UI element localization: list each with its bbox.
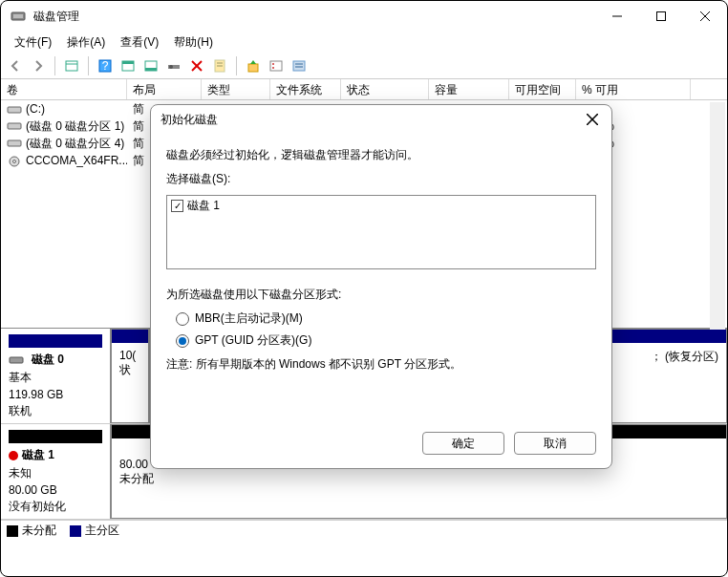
radio-label: GPT (GUID 分区表)(G) — [195, 332, 311, 349]
up-icon[interactable] — [243, 55, 264, 76]
col-type[interactable]: 类型 — [202, 79, 270, 99]
toolbar: ? — [1, 53, 727, 79]
col-filesystem[interactable]: 文件系统 — [270, 79, 341, 99]
volume-name: (磁盘 0 磁盘分区 1) — [26, 119, 124, 133]
dialog-titlebar: 初始化磁盘 — [151, 105, 611, 134]
disk-type: 未知 — [9, 465, 102, 481]
volume-name: (C:) — [26, 102, 45, 116]
dialog-note: 注意: 所有早期版本的 Windows 都不识别 GPT 分区形式。 — [166, 356, 596, 373]
svg-text:?: ? — [102, 59, 109, 73]
forward-button[interactable] — [28, 55, 49, 76]
titlebar: 磁盘管理 — [1, 1, 727, 32]
radio-gpt[interactable]: GPT (GUID 分区表)(G) — [176, 332, 596, 349]
back-button[interactable] — [5, 55, 26, 76]
menubar: 文件(F) 操作(A) 查看(V) 帮助(H) — [1, 32, 727, 53]
svg-rect-25 — [293, 61, 305, 71]
settings-icon[interactable] — [163, 55, 184, 76]
volume-name: (磁盘 0 磁盘分区 4) — [26, 137, 124, 150]
toolbar-separator — [88, 56, 89, 75]
maximize-button[interactable] — [639, 1, 683, 32]
toolbar-separator — [54, 56, 55, 75]
disk-status: 没有初始化 — [9, 499, 102, 515]
partition-style-label: 为所选磁盘使用以下磁盘分区形式: — [166, 287, 596, 303]
disk-list-item[interactable]: ✓ 磁盘 1 — [171, 198, 591, 214]
dialog-buttons: 确定 取消 — [422, 432, 596, 455]
drive-icon — [7, 120, 22, 132]
col-volume[interactable]: 卷 — [1, 79, 127, 99]
disk-size: 119.98 GB — [9, 388, 102, 401]
partition-label: ； (恢复分区) — [611, 349, 718, 365]
partition-label: 10( — [119, 349, 140, 362]
partition[interactable]: 10( 状 — [111, 329, 149, 423]
svg-rect-21 — [248, 64, 258, 72]
checkbox-icon[interactable]: ✓ — [171, 200, 183, 212]
detail-icon[interactable] — [289, 55, 310, 76]
svg-rect-11 — [122, 61, 134, 64]
initialize-disk-dialog: 初始化磁盘 磁盘必须经过初始化，逻辑磁盘管理器才能访问。 选择磁盘(S): ✓ … — [150, 104, 612, 469]
disk-info: 磁盘 1 未知 80.00 GB 没有初始化 — [1, 424, 111, 519]
legend: 未分配 主分区 — [1, 520, 727, 541]
col-layout[interactable]: 布局 — [127, 79, 202, 99]
disk-info: 磁盘 0 基本 119.98 GB 联机 — [1, 329, 111, 423]
dialog-close-button[interactable] — [583, 110, 602, 129]
svg-rect-22 — [270, 61, 282, 71]
toolbar-separator — [236, 56, 237, 75]
disk-item-label: 磁盘 1 — [187, 198, 220, 214]
menu-action[interactable]: 操作(A) — [61, 32, 111, 53]
radio-label: MBR(主启动记录)(M) — [195, 310, 303, 327]
partition-status: 状 — [119, 362, 140, 378]
volume-name: CCCOMA_X64FR... — [26, 154, 127, 167]
window-controls — [595, 1, 727, 32]
app-icon — [11, 9, 26, 24]
svg-rect-6 — [66, 61, 77, 71]
svg-point-24 — [272, 67, 274, 69]
drive-icon — [7, 138, 22, 149]
disk-status: 联机 — [9, 403, 102, 419]
disk-name: 磁盘 1 — [9, 447, 102, 463]
radio-icon[interactable] — [176, 334, 189, 348]
view-bottom-button[interactable] — [140, 55, 161, 76]
svg-rect-1 — [13, 14, 23, 18]
svg-rect-29 — [8, 123, 21, 129]
select-disk-label: 选择磁盘(S): — [166, 171, 596, 187]
partition-recovery[interactable]: ； (恢复分区) — [603, 329, 727, 423]
delete-icon[interactable] — [186, 55, 207, 76]
svg-point-15 — [169, 65, 173, 69]
properties-icon[interactable] — [209, 55, 230, 76]
disk-name: 磁盘 0 — [9, 352, 102, 368]
radio-mbr[interactable]: MBR(主启动记录)(M) — [176, 310, 596, 327]
svg-rect-30 — [8, 140, 21, 146]
vertical-scrollbar[interactable] — [710, 102, 725, 330]
disk-size: 80.00 GB — [9, 483, 102, 497]
volume-table-header: 卷 布局 类型 文件系统 状态 容量 可用空间 % 可用 — [1, 79, 727, 100]
ok-button[interactable]: 确定 — [422, 432, 504, 455]
cancel-button[interactable]: 取消 — [514, 432, 596, 455]
unallocated-label: 未分配 — [119, 471, 718, 487]
disk-header-bar — [9, 334, 102, 348]
col-pctfree[interactable]: % 可用 — [576, 79, 691, 99]
svg-rect-33 — [10, 357, 23, 363]
disk-type: 基本 — [9, 370, 102, 386]
help-button[interactable]: ? — [95, 55, 116, 76]
show-hide-button[interactable] — [61, 55, 82, 76]
col-free[interactable]: 可用空间 — [509, 79, 576, 99]
list-icon[interactable] — [266, 55, 287, 76]
dialog-body: 磁盘必须经过初始化，逻辑磁盘管理器才能访问。 选择磁盘(S): ✓ 磁盘 1 为… — [151, 134, 611, 386]
svg-point-23 — [272, 63, 274, 65]
menu-view[interactable]: 查看(V) — [115, 32, 164, 53]
disk-select-list[interactable]: ✓ 磁盘 1 — [166, 195, 596, 269]
menu-help[interactable]: 帮助(H) — [168, 32, 219, 53]
svg-rect-28 — [8, 107, 21, 113]
minimize-button[interactable] — [595, 1, 639, 32]
legend-primary: 主分区 — [70, 523, 119, 539]
svg-rect-13 — [145, 68, 157, 71]
view-top-button[interactable] — [118, 55, 139, 76]
svg-point-32 — [13, 160, 16, 162]
col-status[interactable]: 状态 — [341, 79, 429, 99]
close-button[interactable] — [683, 1, 727, 32]
legend-unallocated: 未分配 — [7, 523, 56, 539]
dialog-title-text: 初始化磁盘 — [161, 112, 583, 128]
radio-icon[interactable] — [176, 312, 189, 326]
menu-file[interactable]: 文件(F) — [9, 32, 57, 53]
col-capacity[interactable]: 容量 — [429, 79, 509, 99]
